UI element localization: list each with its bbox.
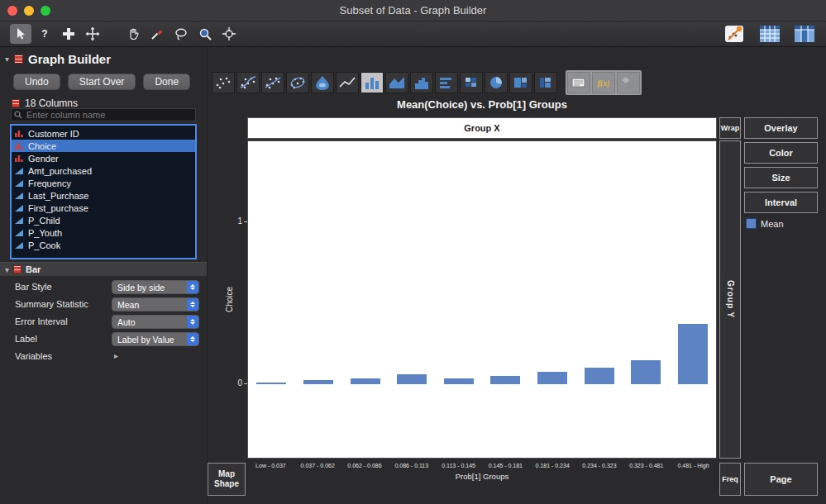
bar-section-title: Bar (26, 264, 41, 274)
x-tick-label: 0.323 - 0.481 (623, 463, 670, 468)
palette-map-shapes-icon[interactable] (617, 72, 640, 93)
palette-mosaic-icon[interactable] (534, 72, 557, 93)
column-search-input[interactable] (25, 109, 193, 121)
bar-element-icon (13, 265, 21, 273)
done-button[interactable]: Done (143, 74, 190, 90)
palette-line-icon[interactable] (336, 72, 359, 93)
palette-bar-icon[interactable] (360, 72, 384, 93)
overlay-zone[interactable]: Overlay (744, 117, 818, 139)
color-zone[interactable]: Color (744, 142, 818, 164)
arrow-tool[interactable] (10, 24, 31, 44)
undo-button[interactable]: Undo (13, 74, 60, 90)
brush-tool[interactable] (146, 24, 168, 44)
bar-style-popup[interactable]: Side by side (112, 280, 199, 294)
palette-caption-box-icon[interactable] (567, 72, 590, 93)
size-zone[interactable]: Size (744, 167, 818, 188)
legend-label: Mean (761, 219, 784, 229)
palette-ellipse-icon[interactable] (286, 72, 309, 93)
column-item-p-child[interactable]: P_Child (12, 214, 195, 226)
x-tick-label: 0.145 - 0.181 (482, 463, 529, 468)
magnifier-tool[interactable] (194, 24, 216, 44)
x-tick-label: Low - 0.037 (247, 463, 294, 468)
lasso-tool[interactable] (170, 24, 192, 44)
plot-area[interactable] (247, 140, 717, 459)
interval-zone[interactable]: Interval (744, 192, 818, 213)
help-tool[interactable]: ? (34, 24, 55, 44)
bar-properties: Bar StyleSide by sideSummary StatisticMe… (0, 279, 207, 349)
column-item-frequency[interactable]: Frequency (12, 177, 195, 189)
label-label: Label (15, 334, 37, 344)
column-item-customer-id[interactable]: Customer ID (12, 127, 195, 140)
bar[interactable] (585, 368, 614, 384)
column-name: P_Youth (28, 228, 62, 238)
column-item-gender[interactable]: Gender (12, 152, 195, 164)
bar[interactable] (490, 376, 520, 384)
bar[interactable] (678, 324, 708, 384)
popup-value: Mean (112, 300, 187, 310)
group-y-zone[interactable]: Group Y (719, 140, 741, 459)
summary-statistic-label: Summary Statistic (15, 299, 88, 309)
move-tool[interactable] (82, 24, 103, 44)
palette-formula-icon[interactable]: f(x) (592, 72, 615, 93)
section-collapse-icon[interactable]: ▾ (5, 265, 9, 274)
title-bar: Subset of Data - Graph Builder (0, 0, 826, 21)
crosshair-tool[interactable] (218, 24, 240, 44)
bar[interactable] (631, 360, 661, 384)
column-item-amt-purchased[interactable]: Amt_purchased (12, 164, 195, 177)
palette-bar-h-icon[interactable] (435, 72, 458, 93)
palette-treemap-icon[interactable] (509, 72, 532, 93)
variables-disclosure-icon[interactable]: ▸ (114, 351, 118, 360)
palette-heatmap-icon[interactable] (460, 72, 483, 93)
x-axis-title: Prob[1] Groups (247, 472, 717, 481)
bar[interactable] (397, 374, 427, 384)
column-item-p-cook[interactable]: P_Cook (12, 239, 195, 251)
data-table-icon[interactable] (758, 23, 781, 45)
panel-title: Graph Builder (28, 52, 111, 66)
start-over-button[interactable]: Start Over (68, 74, 136, 90)
palette-extra-group: f(x) (566, 70, 642, 95)
bar[interactable] (256, 383, 286, 384)
summary-statistic-popup[interactable]: Mean (112, 297, 199, 311)
bar[interactable] (351, 378, 380, 384)
column-item-first-purchase[interactable]: First_purchase (12, 202, 195, 214)
column-item-p-youth[interactable]: P_Youth (12, 226, 195, 239)
close-button[interactable] (7, 6, 17, 16)
wrap-zone[interactable]: Wrap (719, 117, 741, 139)
minimize-button[interactable] (24, 6, 34, 16)
zoom-window-button[interactable] (41, 6, 50, 16)
grabber-tool[interactable] (122, 24, 144, 44)
palette-pie-icon[interactable] (485, 72, 508, 93)
error-interval-popup[interactable]: Auto (112, 315, 199, 329)
error-interval-label: Error Interval (15, 316, 68, 326)
graph-launch-icon[interactable] (723, 23, 747, 45)
columns-view-icon[interactable] (793, 23, 816, 45)
map-shape-zone[interactable]: Map Shape (208, 463, 246, 496)
popup-value: Side by side (112, 283, 187, 292)
group-x-zone[interactable]: Group X (247, 117, 717, 139)
tool-group-left: ? (10, 24, 242, 44)
palette-smoother-icon[interactable] (236, 72, 260, 93)
summary-statistic-row: Summary StatisticMean (0, 297, 207, 314)
popup-chevrons-icon (187, 281, 198, 293)
palette-histogram-icon[interactable] (410, 72, 433, 93)
freq-zone[interactable]: Freq (719, 463, 741, 496)
palette-line-of-fit-icon[interactable] (261, 72, 284, 93)
bar[interactable] (537, 372, 567, 384)
fat-plus-tool[interactable] (58, 24, 79, 44)
x-axis-labels: Low - 0.0370.037 - 0.0620.062 - 0.0860.0… (247, 463, 717, 468)
column-item-last-purchase[interactable]: Last_Purchase (12, 189, 195, 202)
collapse-triangle-icon[interactable]: ▾ (5, 55, 9, 64)
y-tick-mark (244, 383, 247, 384)
column-item-choice[interactable]: Choice (12, 140, 195, 152)
palette-contour-icon[interactable] (311, 72, 334, 93)
page-zone[interactable]: Page (744, 463, 818, 496)
bar[interactable] (303, 380, 333, 384)
palette-area-icon[interactable] (385, 72, 408, 93)
bar[interactable] (444, 378, 474, 384)
continuous-column-icon (15, 229, 24, 237)
graph-canvas: f(x) Mean(Choice) vs. Prob[1] Groups Gro… (207, 47, 826, 504)
continuous-column-icon (15, 216, 24, 225)
palette-scatter-icon[interactable] (212, 72, 235, 93)
popup-chevrons-icon (187, 316, 198, 328)
label-popup[interactable]: Label by Value (112, 332, 199, 346)
